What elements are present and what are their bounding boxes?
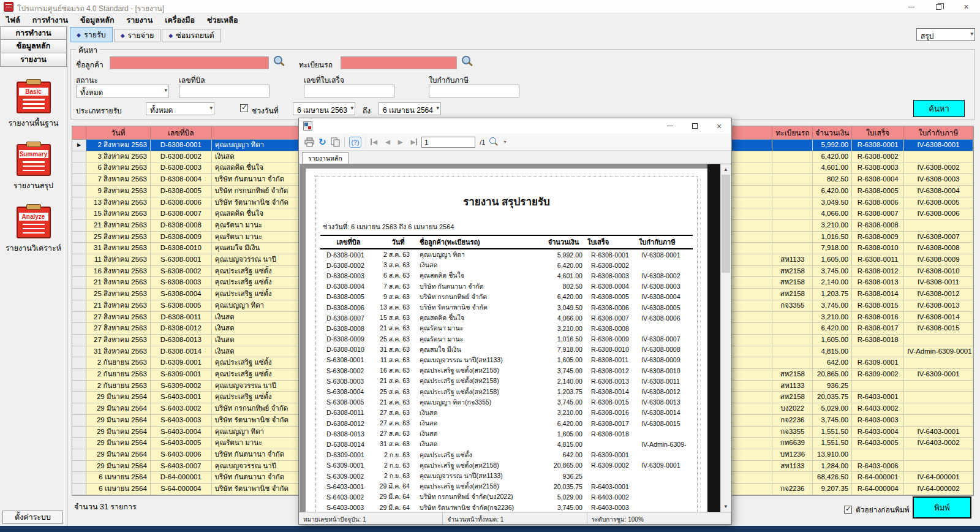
grid-cell[interactable]: 21 สิงหาคม 2563 [86,277,151,289]
grid-cell[interactable]: R-6308-0011 [852,254,904,266]
grid-cell[interactable]: 1,016.50 [813,232,852,243]
date-from-picker[interactable]: 6 เมษายน 2563 ▾ [293,102,355,115]
grid-cell[interactable]: D-6308-0005 [151,186,212,197]
grid-cell[interactable]: IV-6309-0001 [904,369,973,381]
grid-header-cell[interactable]: วันที่ [86,126,151,140]
grid-cell[interactable]: 25 สิงหาคม 2563 [86,232,151,243]
scroll-up-icon[interactable]: ▲ [721,164,731,175]
grid-cell[interactable]: 642.00 [813,357,852,369]
dialog-titlebar[interactable]: × [299,118,731,134]
grid-cell[interactable]: 29 มีนาคม 2564 [86,449,151,461]
tab-ซ่อมรถยนต์[interactable]: ◆ซ่อมรถยนต์ [162,29,221,42]
grid-cell[interactable]: D-6308-0011 [151,312,212,324]
grid-cell[interactable]: 5,992.00 [813,140,852,151]
grid-cell[interactable] [772,335,813,346]
print-preview-checkbox[interactable] [844,506,852,514]
grid-cell[interactable]: IV-6308-0011 [904,277,973,289]
restore-button[interactable] [925,0,952,13]
grid-cell[interactable]: 6,420.00 [813,186,852,197]
row-selector-cell[interactable] [72,174,86,186]
scrollbar-thumb[interactable] [722,175,730,273]
customer-input[interactable] [110,56,269,69]
grid-cell[interactable]: D-6308-0014 [151,346,212,358]
row-selector-cell[interactable] [72,312,86,324]
grid-header-cell[interactable]: จำนวนเงิน [813,126,852,140]
next-page-button[interactable]: ▶ [396,139,405,145]
grid-cell[interactable]: S-6308-0005 [151,300,212,312]
grid-cell[interactable]: R-6308-0006 [852,197,904,209]
grid-cell[interactable]: IV-6308-0012 [904,289,973,300]
grid-cell[interactable]: 27 สิงหาคม 2563 [86,312,151,324]
search-plate-icon[interactable] [462,56,473,67]
grid-cell[interactable] [772,151,813,163]
grid-cell[interactable]: IV-Admin-6309-0001 [904,346,973,358]
print-button[interactable]: พิมพ์ [913,496,971,519]
grid-cell[interactable]: IV-6308-0009 [904,254,973,266]
grid-cell[interactable]: 4,066.00 [813,208,852,220]
grid-header-cell[interactable] [72,126,86,140]
menu-item-3[interactable]: รายงาน [120,13,159,28]
grid-cell[interactable]: S-6403-0004 [151,427,212,438]
row-selector-cell[interactable] [72,438,86,449]
grid-cell[interactable]: IV-6308-0015 [904,323,973,335]
grid-cell[interactable] [772,323,813,335]
refresh-icon[interactable]: ↻ [318,138,326,146]
grid-cell[interactable] [772,174,813,186]
grid-cell[interactable] [772,243,813,254]
page-number-input[interactable] [421,137,475,148]
grid-cell[interactable]: 3,049.50 [813,197,852,209]
grid-cell[interactable]: R-6309-0001 [852,357,904,369]
grid-cell[interactable]: สห1133 [772,254,813,266]
grid-header-cell[interactable]: ทะเบียนรถ [772,126,813,140]
row-selector-cell[interactable] [72,232,86,243]
zoom-icon[interactable] [489,137,499,147]
sidebar-button-0[interactable]: การทำงาน [0,26,67,40]
grid-cell[interactable]: 2 กันยายน 2563 [86,381,151,392]
grid-cell[interactable]: 68,426.50 [813,472,852,484]
status-dropdown[interactable]: ทั้งหมด ▾ [76,85,169,97]
grid-cell[interactable] [772,220,813,232]
grid-cell[interactable]: 1,551.50 [813,438,852,449]
grid-cell[interactable]: 3,210.00 [813,312,852,324]
grid-cell[interactable]: กท6639 [772,438,813,449]
grid-cell[interactable]: S-64-000004 [151,484,212,495]
grid-cell[interactable] [772,232,813,243]
report-scrollbar[interactable]: ▲ ▼ [720,164,731,512]
row-selector-cell[interactable] [72,289,86,300]
grid-cell[interactable]: S-6403-0007 [151,461,212,473]
grid-cell[interactable]: D-6309-0001 [151,357,212,369]
grid-cell[interactable]: S-6309-0002 [151,381,212,392]
row-selector-cell[interactable] [72,277,86,289]
grid-cell[interactable]: 6 สิงหาคม 2563 [86,162,151,174]
row-selector-cell[interactable] [72,208,86,220]
grid-cell[interactable]: R-6308-0014 [852,289,904,300]
grid-cell[interactable]: สห1133 [772,461,813,473]
scroll-down-icon[interactable]: ▼ [721,501,731,512]
grid-cell[interactable]: D-6308-0004 [151,174,212,186]
grid-cell[interactable]: 1,551.50 [813,427,852,438]
grid-cell[interactable]: R-6308-0002 [852,151,904,163]
grid-cell[interactable]: IV-6403-0001 [904,427,973,438]
grid-cell[interactable] [904,403,973,415]
sidebar-report-item-0[interactable]: Basicรายงานพื้นฐาน [0,82,67,129]
plate-input[interactable] [341,56,457,69]
grid-cell[interactable]: D-6308-0007 [151,208,212,220]
sidebar-button-1[interactable]: ข้อมูลหลัก [0,40,67,53]
grid-cell[interactable]: R-6308-0005 [852,186,904,197]
grid-cell[interactable]: IV-6308-0004 [904,186,973,197]
grid-cell[interactable]: R-64-000001 [852,472,904,484]
grid-cell[interactable]: 5,029.00 [813,403,852,415]
grid-cell[interactable]: D-6308-0008 [151,220,212,232]
zoom-dropdown-caret[interactable]: ▾ [503,139,506,145]
grid-cell[interactable]: IV-6308-0006 [904,208,973,220]
grid-cell[interactable]: สห2158 [772,369,813,381]
grid-cell[interactable]: IV-6308-0014 [904,312,973,324]
grid-cell[interactable]: 1,605.00 [813,254,852,266]
grid-cell[interactable]: D-64-000001 [151,472,212,484]
grid-cell[interactable]: 9 สิงหาคม 2563 [86,186,151,197]
grid-cell[interactable] [772,208,813,220]
last-page-button[interactable]: ▶ [409,139,418,145]
row-selector-cell[interactable] [72,323,86,335]
grid-cell[interactable]: R-6308-0010 [852,243,904,254]
grid-cell[interactable]: 27 สิงหาคม 2563 [86,323,151,335]
